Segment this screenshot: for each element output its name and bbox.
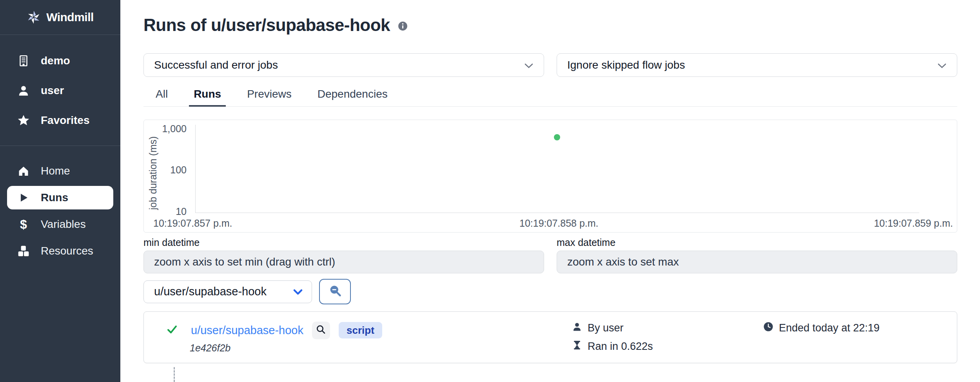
- job-id: 1e426f2b: [190, 342, 382, 354]
- clock-icon: [763, 322, 773, 335]
- job-status-filter-select[interactable]: Successful and error jobs: [143, 53, 544, 77]
- sidebar-item-favorites[interactable]: Favorites: [0, 106, 120, 135]
- runs-label: Runs: [41, 191, 68, 204]
- job-kind-badge: script: [339, 322, 382, 338]
- x-tick-middle: 10:19:07.858 p.m.: [519, 218, 599, 229]
- min-datetime-label: min datetime: [143, 237, 544, 248]
- sidebar-item-resources[interactable]: Resources: [0, 239, 120, 263]
- play-icon: [16, 192, 31, 204]
- sidebar-item-workspace[interactable]: demo: [0, 46, 120, 76]
- sidebar-item-home[interactable]: Home: [0, 159, 120, 183]
- dollar-icon: $: [16, 217, 31, 232]
- star-icon: [16, 114, 31, 127]
- windmill-app: Windmill demo: [0, 0, 980, 382]
- user-label: user: [41, 84, 64, 97]
- logo[interactable]: Windmill: [0, 0, 120, 35]
- flow-skip-filter-select[interactable]: Ignore skipped flow jobs: [557, 53, 957, 77]
- workspace-section: demo user Favorites: [0, 35, 120, 146]
- y-tick-10: 10: [147, 206, 187, 217]
- windmill-pinwheel-icon: [27, 9, 41, 25]
- flow-skip-filter-value: Ignore skipped flow jobs: [567, 59, 685, 71]
- x-tick-end: 10:19:07.859 p.m.: [874, 218, 953, 229]
- cubes-icon: [16, 245, 31, 257]
- run-row[interactable]: u/user/supabase-hook script 1e426f2b: [143, 311, 957, 363]
- tab-runs[interactable]: Runs: [189, 88, 226, 106]
- info-icon[interactable]: [398, 21, 408, 33]
- building-icon: [16, 55, 31, 67]
- home-icon: [16, 165, 31, 177]
- hourglass-icon: [572, 340, 582, 353]
- timeline-dashed-marker: [174, 367, 175, 382]
- y-tick-100: 100: [147, 164, 187, 176]
- resources-label: Resources: [41, 245, 93, 257]
- main-content: Runs of u/user/supabase-hook Successful …: [120, 0, 980, 382]
- user-icon: [572, 322, 582, 335]
- run-duration: Ran in 0.622s: [588, 340, 653, 353]
- sidebar-item-user[interactable]: user: [0, 76, 120, 106]
- preview-run-button[interactable]: [312, 322, 330, 339]
- logo-text: Windmill: [46, 11, 94, 24]
- run-path-link[interactable]: u/user/supabase-hook: [191, 324, 303, 337]
- user-icon: [16, 84, 31, 97]
- nav-section: Home Runs $ Variables: [0, 146, 120, 276]
- sidebar-item-variables[interactable]: $ Variables: [0, 213, 120, 236]
- success-job-data-point[interactable]: [554, 134, 560, 140]
- y-tick-1000: 1,000: [147, 123, 187, 135]
- chart-y-axis-line: [195, 125, 196, 213]
- sidebar: Windmill demo: [0, 0, 120, 382]
- chevron-down-icon: [937, 59, 947, 71]
- tab-dependencies[interactable]: Dependencies: [313, 88, 392, 106]
- tab-previews[interactable]: Previews: [242, 88, 296, 106]
- chevron-down-icon: [293, 285, 303, 298]
- min-datetime-input[interactable]: [143, 251, 544, 273]
- favorites-label: Favorites: [41, 114, 90, 127]
- run-by: By user: [588, 322, 624, 334]
- check-icon: [167, 324, 178, 337]
- magnifier-icon: [316, 324, 326, 337]
- tab-all[interactable]: All: [151, 88, 172, 106]
- job-status-filter-value: Successful and error jobs: [154, 59, 278, 71]
- max-datetime-input[interactable]: [557, 251, 957, 273]
- sidebar-item-runs[interactable]: Runs: [7, 186, 113, 209]
- home-label: Home: [41, 165, 70, 177]
- page-title: Runs of u/user/supabase-hook: [143, 14, 390, 36]
- x-tick-start: 10:19:07.857 p.m.: [153, 218, 232, 229]
- variables-label: Variables: [41, 218, 86, 231]
- run-ended: Ended today at 22:19: [779, 322, 880, 334]
- workspace-label: demo: [41, 55, 70, 67]
- runs-duration-chart[interactable]: job duration (ms) 1,000 100 10 10:19:07.…: [143, 120, 957, 233]
- script-path-value: u/user/supabase-hook: [154, 285, 267, 298]
- search-runs-button[interactable]: [319, 279, 351, 304]
- chart-x-axis-line: [195, 213, 919, 213]
- max-datetime-label: max datetime: [557, 237, 957, 248]
- zoom-search-icon: [328, 284, 342, 299]
- chevron-down-icon: [524, 59, 534, 71]
- script-path-select[interactable]: u/user/supabase-hook: [143, 280, 312, 303]
- job-kind-tabs: All Runs Previews Dependencies: [143, 88, 957, 107]
